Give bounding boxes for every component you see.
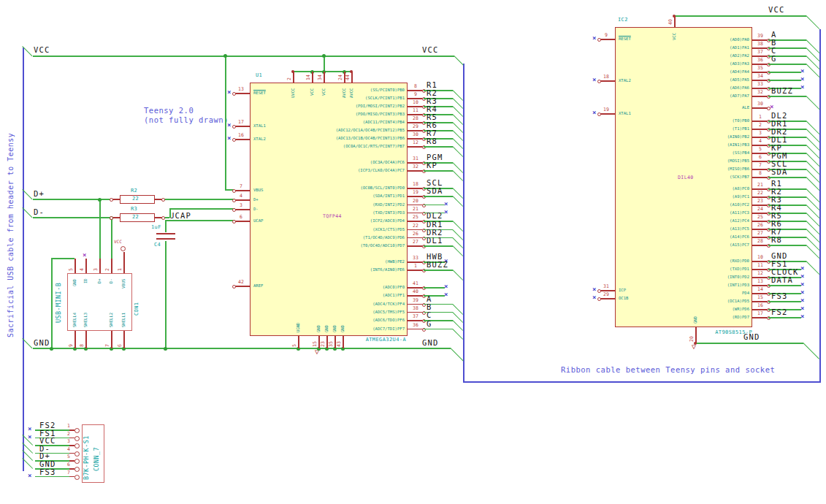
pin-number: 30 [753,101,768,107]
pin-name: (A13)PC5 [561,226,749,232]
pin-number: 33 [753,81,768,87]
pin-number: 33 [408,255,423,261]
net-label: FS2 [771,308,788,316]
pin-name: (PDO/MISO/PCINT3)PB3 [216,112,405,117]
ic2-ref: IC2 [618,17,628,23]
pin-name: GND [72,279,77,286]
bus-entry [806,153,819,167]
pin-number: 3 [93,268,99,271]
pin-number: 18 [408,181,423,187]
pin-name: PD4 [561,291,749,296]
pin-name: VCC [672,33,677,40]
pin-name: (A12)PC4 [561,218,749,224]
net-label: HWB [427,252,443,261]
bus-entry [452,270,463,280]
pin-number: 19 [408,189,423,195]
ribbon-bus-bottom [463,381,821,383]
net-label-gnd-left: GND [34,338,50,347]
pin-number: 12 [408,140,423,145]
con1-pin4-stub [85,259,87,273]
pin-stub [752,177,768,178]
pin-number: 2 [753,122,768,128]
pin-name: (AIN1)PB3 [561,142,749,148]
pin-number: 1 [408,263,423,269]
pin-number: 1 [753,114,768,120]
pin-name: D+ [97,278,102,283]
r2-pin-right [161,198,165,202]
pin-stub [293,72,294,83]
no-connect-icon: × [800,84,804,91]
pin-name: (OC3A/OC4A)PC6 [216,160,405,165]
c4-value: 1uF [151,224,161,230]
no-connect-icon: × [444,201,448,207]
pin-name: (WR)PD6 [561,307,749,312]
pin-name: (RXD)PD0 [561,259,749,264]
ribbon-bus-left [463,64,464,383]
bus-entry-gnd-ic2 [803,343,819,359]
bus-entry [806,39,819,53]
pin-number: 36 [408,322,423,328]
pin-name: (AD4)PA4 [561,69,749,75]
no-connect-icon: × [444,209,448,215]
wire [768,245,806,246]
conn7-ref: CONN_7 [93,447,99,471]
junction [50,347,53,351]
pin-stub [674,16,676,27]
pin-name: (OC1A)PD5 [561,299,749,304]
wire-dminus-v [111,217,112,259]
wire-ic2-gnd [695,343,803,344]
net-label-dplus: D+ [34,189,45,198]
pin-number: 32 [753,89,768,95]
wire [424,146,453,148]
pin-name: (OC0B/SCL/INT0)PD0 [216,186,405,191]
pin-name: (RD)PD7 [561,315,749,320]
pin-name: GND [332,325,337,332]
pin-number: 13 [753,278,768,284]
net-label: DR1 [427,220,443,229]
r2-lead-left [112,199,120,200]
r3-pin-right [161,216,165,220]
no-connect-icon: × [800,273,804,280]
pin-number: 23 [320,341,326,347]
pin-number: 44 [345,75,351,80]
wire [768,64,806,65]
pin-number: 26 [753,222,768,228]
bus-entry [806,213,819,226]
pin-stub [69,476,74,478]
pin-name: (AIN0)PB2 [561,134,749,140]
pin-stub [324,72,325,83]
net-label: BUZZ [771,86,793,95]
pin-number: 14 [305,75,311,80]
net-label: KP [427,161,437,169]
u1-value: ATMEGA32U4-A [351,337,406,343]
pin-number: 22 [408,223,423,229]
bus-entry [806,129,819,142]
pin-number: 24 [753,206,768,212]
pin-name: AVCC [342,88,347,98]
pin-name: GND [340,325,345,332]
pin-number: 7 [753,162,768,168]
pin-name: (A10)PC2 [561,202,749,207]
pin-name: (MOSI)PB5 [561,159,749,164]
pin-number: 39 [408,297,423,303]
bus-entry-gnd-mid [450,348,463,361]
pin-stub [752,317,768,318]
no-connect-icon: × [800,297,804,304]
wire [768,285,801,286]
wire-vcc-rail [33,56,454,57]
wire-ic2-vcc [674,15,806,17]
pin-name: GND [316,325,321,332]
pin-end [74,475,80,480]
pin-name: (TXD/INT3)PD3 [216,210,405,215]
pin-name: (INT6/AIN0)PE6 [216,267,405,272]
pin-number: 41 [408,280,423,286]
pin-number: 2 [67,431,70,437]
bus-entry [806,64,819,77]
pin-number: 38 [753,41,768,47]
pin-name: (ICP2/ADC8)PD4 [216,218,405,224]
no-connect-icon: × [800,68,804,75]
pin-number: 25 [408,214,423,220]
net-label-gnd-mid: GND [422,338,439,347]
pin-number: 11 [408,107,423,113]
pin-name: (AD7)PA7 [561,93,749,99]
